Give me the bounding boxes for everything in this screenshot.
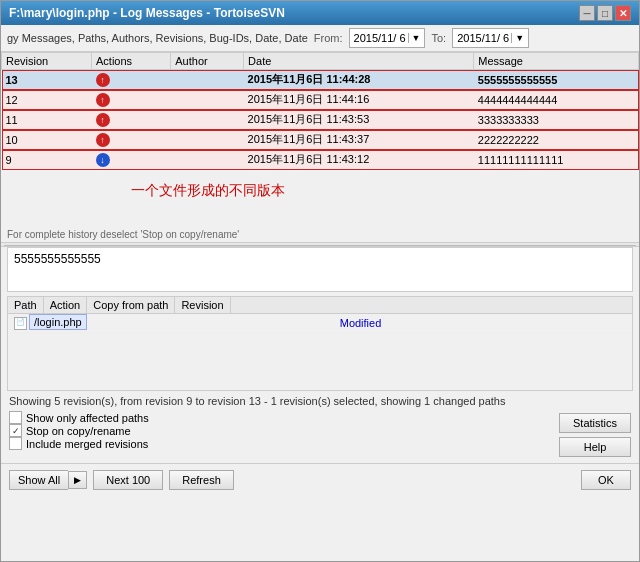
show-all-button[interactable]: Show All (9, 470, 68, 490)
cell-actions: ↑ (92, 110, 171, 130)
to-date-value: 2015/11/ 6 (457, 32, 509, 44)
refresh-button[interactable]: Refresh (169, 470, 234, 490)
checkbox-row: Show only affected paths (9, 411, 543, 424)
scrollbar-thumb (194, 246, 384, 248)
titlebar-controls: ─ □ ✕ (579, 5, 631, 21)
cell-author (171, 70, 244, 90)
paths-body[interactable]: 📄/login.phpModified (8, 314, 632, 379)
paths-col-action: Action (44, 297, 88, 313)
cell-actions: ↑ (92, 130, 171, 150)
cell-author (171, 110, 244, 130)
ok-button[interactable]: OK (581, 470, 631, 490)
statistics-button[interactable]: Statistics (559, 413, 631, 433)
cell-date: 2015年11月6日 11:44:16 (244, 90, 474, 110)
status-section: Showing 5 revision(s), from revision 9 t… (1, 391, 639, 409)
minimize-button[interactable]: ─ (579, 5, 595, 21)
col-actions: Actions (92, 53, 171, 70)
status-text: Showing 5 revision(s), from revision 9 t… (9, 395, 505, 407)
checkbox-row: ✓Stop on copy/rename (9, 424, 543, 437)
bottom-buttons: Show All ▶ Next 100 Refresh OK (1, 463, 639, 496)
cell-author (171, 150, 244, 170)
checkbox-label-1: Stop on copy/rename (26, 425, 131, 437)
cell-revision: 12 (2, 90, 92, 110)
cell-revision: 10 (2, 130, 92, 150)
cell-action: Modified (334, 314, 540, 332)
log-table-section: Revision Actions Author Date Message 13↑… (1, 52, 639, 247)
checkbox-label-0: Show only affected paths (26, 412, 149, 424)
log-table-scroll[interactable]: Revision Actions Author Date Message 13↑… (1, 52, 639, 227)
cell-path: 📄/login.php (8, 314, 334, 332)
for-complete-hint: For complete history deselect 'Stop on c… (1, 227, 639, 242)
table-row[interactable]: 10↑2015年11月6日 11:43:372222222222 (2, 130, 639, 150)
controls-row: Show only affected paths✓Stop on copy/re… (1, 409, 639, 461)
to-date-combo[interactable]: 2015/11/ 6 ▼ (452, 28, 529, 48)
cell-date: 2015年11月6日 11:43:37 (244, 130, 474, 150)
paths-header: Path Action Copy from path Revision (8, 297, 632, 314)
main-content: Revision Actions Author Date Message 13↑… (1, 52, 639, 561)
message-section: 5555555555555 (7, 247, 633, 292)
show-all-arrow-button[interactable]: ▶ (68, 471, 87, 489)
to-date-arrow[interactable]: ▼ (511, 33, 524, 43)
cell-message: 5555555555555 (474, 70, 639, 90)
window-title: F:\mary\login.php - Log Messages - Torto… (9, 6, 285, 20)
paths-section: Path Action Copy from path Revision 📄/lo… (7, 296, 633, 391)
paths-col-copyfrom: Copy from path (87, 297, 175, 313)
cell-message: 4444444444444 (474, 90, 639, 110)
col-revision: Revision (2, 53, 92, 70)
table-row[interactable]: 12↑2015年11月6日 11:44:164444444444444 (2, 90, 639, 110)
cell-date: 2015年11月6日 11:43:53 (244, 110, 474, 130)
checkbox-0[interactable] (9, 411, 22, 424)
cell-author (171, 90, 244, 110)
cell-actions: ↑ (92, 70, 171, 90)
file-icon: 📄 (14, 317, 27, 330)
action-icon-up: ↑ (96, 73, 110, 85)
maximize-button[interactable]: □ (597, 5, 613, 21)
cell-revision: 11 (2, 110, 92, 130)
from-label: From: (314, 32, 343, 44)
message-text: 5555555555555 (14, 252, 101, 266)
titlebar: F:\mary\login.php - Log Messages - Torto… (1, 1, 639, 25)
path-text: /login.php (29, 314, 87, 330)
from-date-value: 2015/11/ 6 (354, 32, 406, 44)
log-table: Revision Actions Author Date Message 13↑… (1, 52, 639, 170)
table-row[interactable]: 9↓2015年11月6日 11:43:1211111111111111 (2, 150, 639, 170)
cell-actions: ↓ (92, 150, 171, 170)
main-window: F:\mary\login.php - Log Messages - Torto… (0, 0, 640, 562)
action-icon-up: ↑ (96, 93, 110, 105)
action-icon-up: ↑ (96, 113, 110, 125)
close-button[interactable]: ✕ (615, 5, 631, 21)
checkbox-row: Include merged revisions (9, 437, 543, 450)
checkbox-label-2: Include merged revisions (26, 438, 148, 450)
from-date-arrow[interactable]: ▼ (408, 33, 421, 43)
checkbox-1[interactable]: ✓ (9, 424, 22, 437)
from-date-combo[interactable]: 2015/11/ 6 ▼ (349, 28, 426, 48)
cell-copy-from (540, 314, 586, 332)
help-button[interactable]: Help (559, 437, 631, 457)
cell-date: 2015年11月6日 11:44:28 (244, 70, 474, 90)
checkbox-2[interactable] (9, 437, 22, 450)
table-row[interactable]: 11↑2015年11月6日 11:43:533333333333 (2, 110, 639, 130)
paths-table: 📄/login.phpModified (8, 314, 632, 333)
to-label: To: (431, 32, 446, 44)
col-message: Message (474, 53, 639, 70)
checkboxes-section: Show only affected paths✓Stop on copy/re… (1, 409, 551, 452)
bottom-section: Showing 5 revision(s), from revision 9 t… (1, 391, 639, 496)
cell-rev (586, 314, 632, 332)
action-icon-down: ↓ (96, 153, 110, 165)
horizontal-scrollbar[interactable] (1, 242, 639, 247)
toolbar: gy Messages, Paths, Authors, Revisions, … (1, 25, 639, 52)
toolbar-label: gy Messages, Paths, Authors, Revisions, … (7, 32, 308, 44)
paths-col-path: Path (8, 297, 44, 313)
table-row[interactable]: 13↑2015年11月6日 11:44:285555555555555 (2, 70, 639, 90)
cell-actions: ↑ (92, 90, 171, 110)
cell-message: 2222222222 (474, 130, 639, 150)
cell-message: 11111111111111 (474, 150, 639, 170)
scrollbar-track (3, 245, 637, 248)
cell-revision: 13 (2, 70, 92, 90)
table-row[interactable]: 📄/login.phpModified (8, 314, 632, 332)
col-author: Author (171, 53, 244, 70)
cell-date: 2015年11月6日 11:43:12 (244, 150, 474, 170)
next-100-button[interactable]: Next 100 (93, 470, 163, 490)
cell-message: 3333333333 (474, 110, 639, 130)
action-icon-up: ↑ (96, 133, 110, 145)
